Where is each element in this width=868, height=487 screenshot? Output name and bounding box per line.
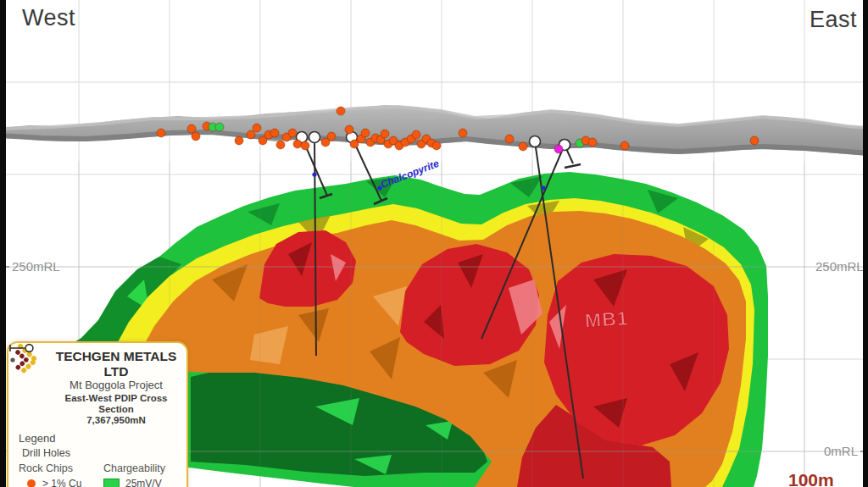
rock-chip	[620, 141, 629, 150]
rock-chip	[247, 130, 255, 139]
rl-label-left-250: 250mRL	[0, 259, 60, 274]
rock-chip	[505, 135, 514, 143]
company-name: TECHGEN METALS LTD	[54, 349, 178, 379]
rock-chip	[192, 132, 200, 141]
legend-row: > 1% Cu25mV/V	[19, 476, 178, 487]
rock-chip	[412, 130, 420, 139]
rock-chip	[588, 138, 597, 147]
legend-card: TECHGEN METALS LTD Mt Boggola Project Ea…	[7, 341, 188, 487]
rock-chip	[301, 141, 309, 150]
rock-chip	[337, 107, 345, 115]
drill-collar	[309, 132, 320, 143]
mb1-annotation: MB1	[584, 307, 629, 333]
drill-hole-symbol-icon	[8, 343, 36, 353]
rock-chip	[327, 132, 336, 141]
legend-title: Legend	[19, 432, 178, 445]
rock-chip	[215, 123, 224, 131]
rock-chip	[187, 125, 196, 133]
drill-holes-legend-row: Drill Holes	[22, 447, 178, 459]
chargeability-legend-swatch	[103, 479, 120, 487]
right-edge-bar	[863, 0, 868, 487]
rl-label-right-0: 0mRL	[824, 444, 868, 458]
rock-chip	[519, 142, 527, 151]
northing: 7,367,950mN	[54, 415, 178, 426]
legend-header: TECHGEN METALS LTD Mt Boggola Project Ea…	[17, 349, 178, 426]
legend-column-headers: Rock Chips Chargeability	[19, 462, 178, 474]
rock-chip	[554, 145, 563, 153]
cross-section-stage: West East 250mRL 250mRL 0mRL MB1 Chalcop…	[0, 0, 868, 487]
rl-label-right-250: 250mRL	[815, 259, 868, 274]
west-label: West	[22, 5, 75, 31]
rl-text: 0mRL	[824, 444, 858, 458]
project-name: Mt Boggola Project	[54, 379, 178, 392]
rock-chip	[270, 129, 279, 137]
rock-chip	[345, 125, 353, 134]
rock-chips-header: Rock Chips	[19, 462, 103, 474]
scale-label: 100m	[788, 470, 834, 487]
drill-end-tick	[565, 164, 581, 168]
rock-chip	[381, 130, 389, 138]
legend-titles: TECHGEN METALS LTD Mt Boggola Project Ea…	[54, 349, 178, 426]
rock-chip	[288, 129, 297, 137]
section-name: East-West PDIP Cross Section	[54, 393, 178, 415]
east-label: East	[810, 7, 857, 33]
rock-chip	[276, 141, 285, 149]
rock-chip	[293, 140, 302, 148]
rock-chip	[432, 141, 441, 150]
drill-holes-label: Drill Holes	[22, 447, 70, 459]
chargeability-legend-label: 25mV/V	[125, 478, 162, 487]
rl-text: 250mRL	[12, 259, 60, 274]
blue-marker	[312, 172, 316, 176]
rock-chip	[235, 136, 243, 145]
rock-chip-legend-label: > 1% Cu	[42, 478, 81, 487]
rock-chip	[253, 124, 261, 132]
rock-chip	[157, 129, 165, 137]
rock-chip-legend-dot	[27, 479, 36, 487]
left-edge-bar	[0, 0, 6, 487]
rock-chip	[361, 129, 370, 137]
chargeability-header: Chargeability	[103, 462, 165, 474]
drill-collar	[530, 136, 541, 147]
rock-chip	[459, 129, 467, 137]
legend-rows: > 1% Cu25mV/V> 10% Cu28mv/V> 1% Sb30mV/V	[17, 476, 178, 487]
rock-chip	[750, 136, 759, 145]
rl-text: 250mRL	[815, 259, 864, 274]
blue-marker	[541, 185, 545, 190]
